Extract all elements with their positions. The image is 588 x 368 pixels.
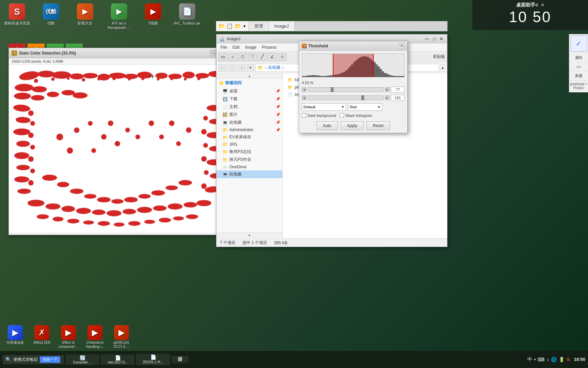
taskbar-search-icon: 🔍 [5,357,11,362]
tool-ellipse[interactable]: ○ [228,53,237,61]
tool-freehand[interactable]: ♡ [248,53,257,61]
icon-effect[interactable]: ▶ Effect of compound ... [56,325,80,349]
imagej-minimize[interactable]: — [424,36,430,41]
folder-dropdown[interactable]: ▼ [243,24,246,28]
imagej-close[interactable]: ✕ [438,36,444,41]
threshold-dialog: 🔬 Threshold ✕ [299,41,408,133]
icon-youku[interactable]: 优酷 优酷 [37,3,65,26]
svg-point-35 [15,117,31,123]
icon-kit[interactable]: ▶ KIT as atherapeutic ... [105,3,133,30]
clock-close-btn[interactable]: × [541,2,544,8]
color-dropdown-value: Red [350,105,357,109]
auto-button[interactable]: Auto [316,121,338,130]
threshold-icon: 🔬 [302,44,307,48]
stack-hist-checkbox[interactable] [340,113,344,118]
menu-process[interactable]: Process [259,44,279,50]
tool-point[interactable]: ⊹ [278,53,287,61]
taskbar-search-btn[interactable]: 搜索一下 [40,356,60,363]
method-dropdown[interactable]: Default ▼ [302,103,346,111]
tree-item-thispc2[interactable]: 💻 此电脑 [216,170,282,178]
reset-button[interactable]: Reset [366,121,390,130]
zevan-icon: 📁 [223,157,228,162]
taskbar-item-converter[interactable]: 🔄 Converter ... [65,354,99,365]
slider1-thumb[interactable] [331,87,333,92]
svg-point-106 [124,197,138,202]
icon-hengxing[interactable]: ▶ 恒星播放器 [3,325,27,349]
taskbar: 🔍 便携式溶氧仪 搜索一下 🔄 Converter ... 📄 niet.201… [0,351,588,368]
nav-back[interactable]: ← [218,64,227,72]
tree-item-zevan[interactable]: 📁 择凡PS作业 [216,156,282,164]
slider2-left-arrow[interactable]: ◄ [302,95,307,100]
nav-scroll-up[interactable]: ▲ [440,64,445,72]
taskbar-item-lang[interactable]: 语 [172,356,189,363]
imagej-label-clipboard: 剪贴板 [433,54,445,60]
svg-point-42 [28,110,34,116]
svg-point-59 [183,202,197,208]
svg-point-102 [70,188,83,194]
svg-point-50 [46,203,61,210]
tool-polygon[interactable]: ⬡ [238,53,247,61]
icon-tcell[interactable]: ▶ T细胞 [140,3,167,26]
svg-point-24 [170,77,174,80]
tree-item-admin[interactable]: 📁 Administrator 📌 [216,126,282,133]
admin-label: Administrator [229,127,254,132]
right-panel-check[interactable]: ✓ [571,35,587,52]
right-panel-properties[interactable]: 属性 [569,53,588,63]
tool-angle[interactable]: ∠ [268,53,277,61]
quick-access-header[interactable]: ⭐ 快速访问 [216,79,282,87]
tree-item-docs[interactable]: 📄 文档 📌 [216,103,282,111]
icon-g-compare[interactable]: ▶ g对照11结DC21.6.... [110,325,133,349]
apply-button[interactable]: Apply [341,121,364,130]
folder-icon-3[interactable]: 📁 [234,23,241,29]
menu-image[interactable]: Image [242,44,259,50]
color-dropdown[interactable]: Red ▼ [348,103,382,111]
dark-bg-checkbox[interactable] [302,113,306,118]
icon-xmind[interactable]: ✗ XMind ZEN [30,325,54,349]
slider1-right-arrow[interactable]: ► [385,87,390,92]
icon-cholesterol[interactable]: ▶ Cholesterol Handling i... [83,325,107,349]
nav-dropdown[interactable]: ▼ [247,64,254,72]
slider2-right-arrow[interactable]: ► [385,95,390,100]
tree-item-ev[interactable]: 📁 EV录屏保存 [216,133,282,141]
tree-item-onedrive[interactable]: ☁️ OneDrive [216,164,282,170]
nav-up[interactable]: ↑ [238,64,246,72]
tool-rect[interactable]: ▭ [218,53,227,61]
icon-sogou[interactable]: S 搜狗高速浏览器 [3,3,31,26]
slider2-track[interactable] [308,95,383,100]
icon-ihc[interactable]: 📄 IHC_Toolbox.jar [174,3,201,26]
tree-item-download[interactable]: ⬇️ 下载 📌 [216,95,282,103]
taskbar-item-2022[interactable]: 📄 2022年上半... [136,354,170,365]
scroll-down-btn[interactable]: ▼ [216,232,282,238]
tree-item-pictures[interactable]: 🖼️ 图片 📌 [216,111,282,119]
dark-bg-checkbox-item[interactable]: Dark background [302,113,336,118]
docs-pin: 📌 [276,105,280,109]
clock-menu-btn[interactable]: ≡ [535,2,538,8]
right-panel-arrow[interactable]: >> [569,63,588,71]
taskbar-item-niet[interactable]: 📄 niet.2017.0... [101,354,135,365]
threshold-close-btn[interactable]: ✕ [398,43,405,49]
taskbar-clock: 10:50 [574,357,585,363]
right-panel-new[interactable]: 新建 [569,71,588,81]
menu-edit[interactable]: Edit [230,44,242,50]
menu-file[interactable]: File [218,44,230,50]
stack-hist-checkbox-item[interactable]: Stack histogram [340,113,372,118]
scroll-up-btn[interactable]: ▲ [216,73,282,79]
tree-item-desktop[interactable]: 🖥️ 桌面 📌 [216,87,282,95]
taskbar-search-area: 🔍 便携式溶氧仪 搜索一下 [3,355,64,364]
imagej-maximize[interactable]: □ [432,36,437,41]
slider2-thumb[interactable] [361,95,364,100]
tab-manage[interactable]: 管理 [249,21,269,31]
tree-item-jingwei[interactable]: 📁 敬伟PS总结 [216,148,282,156]
nav-forward[interactable]: → [228,64,236,72]
folder-icon-2[interactable]: 📋 [226,23,233,29]
tool-line[interactable]: ╱ [258,53,267,61]
pictures-pin: 📌 [276,112,280,117]
slider1-track[interactable] [308,87,383,92]
folder-icon-1[interactable]: 📁 [218,23,225,29]
tree-item-thispc[interactable]: 💻 此电脑 📌 [216,119,282,126]
nav-path-thispc[interactable]: 此电脑 [268,65,280,71]
slider1-left-arrow[interactable]: ◄ [302,87,307,92]
icon-yingshi[interactable]: ▶ 影视大全 [71,3,99,26]
tab-imagej[interactable]: ImageJ [269,21,295,31]
tree-item-jpg[interactable]: 📁 JPG [216,141,282,148]
